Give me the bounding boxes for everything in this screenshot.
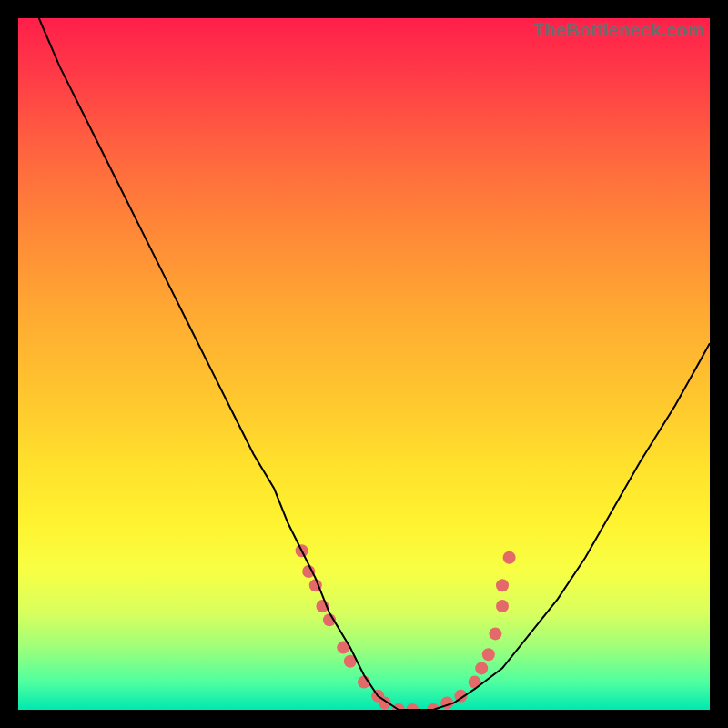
highlight-dot (406, 703, 419, 710)
chart-frame: TheBottleneck.com (18, 18, 710, 710)
highlight-dots-layer (296, 544, 516, 710)
chart-plot (18, 18, 710, 710)
highlight-dot (496, 600, 509, 612)
highlight-dot (482, 648, 495, 661)
highlight-dot (503, 551, 516, 564)
highlight-dot (489, 627, 501, 640)
curve-line (39, 18, 710, 710)
highlight-dot (475, 662, 488, 674)
highlight-dot (496, 579, 509, 592)
